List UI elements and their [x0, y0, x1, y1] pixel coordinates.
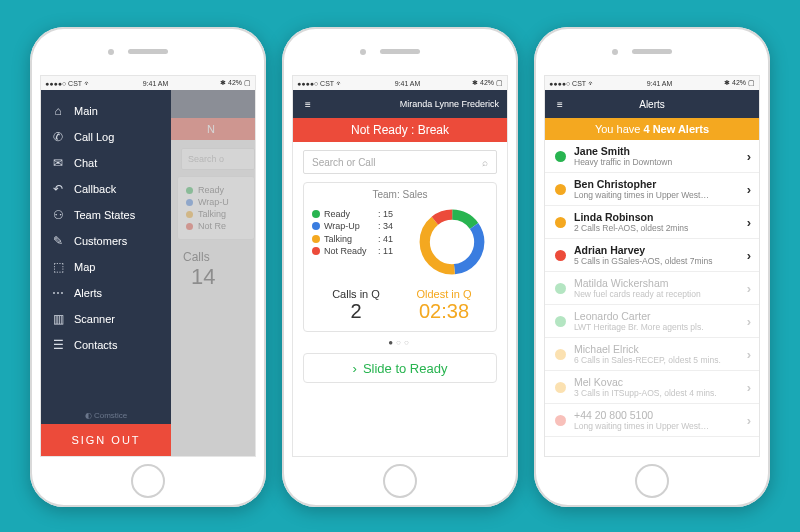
alert-item[interactable]: Leonardo CarterLWT Heritage Br. More age…	[545, 305, 759, 338]
calls-q-value: 2	[312, 300, 400, 323]
calls-q-label: Calls in Q	[312, 288, 400, 300]
alert-name: Leonardo Carter	[574, 310, 739, 322]
menu-label: Map	[74, 261, 95, 273]
menu-icon[interactable]: ≡	[553, 97, 567, 111]
oldest-q-value: 02:38	[400, 300, 488, 323]
search-input[interactable]: Search o	[181, 148, 255, 170]
home-button[interactable]	[635, 464, 669, 498]
nav-customers-icon: ✎	[51, 234, 65, 248]
alerts-list: Jane SmithHeavy traffic in Downtown › Be…	[545, 140, 759, 456]
home-button[interactable]	[131, 464, 165, 498]
menu-label: Alerts	[74, 287, 102, 299]
search-input[interactable]: Search or Call ⌕	[303, 150, 497, 174]
menu-label: Team States	[74, 209, 135, 221]
status-dot-icon	[555, 349, 566, 360]
menu-icon[interactable]: ≡	[301, 97, 315, 111]
nav-chat[interactable]: ✉Chat	[41, 150, 171, 176]
status-bar: ●●●●○ CST ᯤ9:41 AM✱ 42% ▢	[41, 76, 255, 90]
status-dot-icon	[186, 187, 193, 194]
sign-out-button[interactable]: SIGN OUT	[41, 424, 171, 456]
menu-label: Chat	[74, 157, 97, 169]
legend-row: Talking: 41	[312, 234, 416, 244]
nav-call-log-icon: ✆	[51, 130, 65, 144]
nav-customers[interactable]: ✎Customers	[41, 228, 171, 254]
chevron-right-icon: ›	[747, 182, 751, 197]
slide-to-ready-button[interactable]: › Slide to Ready	[303, 353, 497, 383]
alert-name: Michael Elrick	[574, 343, 739, 355]
team-card: ReadyWrap-UTalkingNot Re	[177, 176, 255, 240]
status-bar: ●●●●○ CST ᯤ9:41 AM✱ 42% ▢	[545, 76, 759, 90]
chevron-right-icon: ›	[747, 413, 751, 428]
alert-name: +44 20 800 5100	[574, 409, 739, 421]
chevron-right-icon: ›	[747, 149, 751, 164]
menu-label: Customers	[74, 235, 127, 247]
alert-item[interactable]: Ben ChristopherLong waiting times in Upp…	[545, 173, 759, 206]
status-dot-icon	[555, 184, 566, 195]
status-legend: Ready: 15Wrap-Up: 34Talking: 41Not Ready…	[312, 206, 416, 278]
nav-callback[interactable]: ↶Callback	[41, 176, 171, 202]
legend-row: Not Re	[186, 221, 246, 231]
nav-team-states[interactable]: ⚇Team States	[41, 202, 171, 228]
user-name[interactable]: Miranda Lynne Frederick	[400, 99, 499, 109]
nav-scanner[interactable]: ▥Scanner	[41, 306, 171, 332]
alert-item[interactable]: Matilda WickershamNew fuel cards ready a…	[545, 272, 759, 305]
chevron-right-icon: ›	[747, 215, 751, 230]
home-button[interactable]	[383, 464, 417, 498]
menu-label: Scanner	[74, 313, 115, 325]
alert-name: Mel Kovac	[574, 376, 739, 388]
alert-item[interactable]: Jane SmithHeavy traffic in Downtown ›	[545, 140, 759, 173]
status-dot-icon	[186, 199, 193, 206]
alert-name: Linda Robinson	[574, 211, 739, 223]
status-dot-icon	[555, 382, 566, 393]
nav-team-states-icon: ⚇	[51, 208, 65, 222]
team-card: Team: Sales Ready: 15Wrap-Up: 34Talking:…	[303, 182, 497, 332]
nav-map-icon: ⬚	[51, 260, 65, 274]
alert-subtitle: 3 Calls in ITSupp-AOS, oldest 4 mins.	[574, 388, 739, 398]
search-icon: ⌕	[482, 157, 488, 168]
legend-row: Not Ready: 11	[312, 246, 416, 256]
team-label: Team: Sales	[312, 189, 488, 200]
nav-main[interactable]: ⌂Main	[41, 98, 171, 124]
calls-value: 14	[191, 264, 255, 290]
nav-alerts[interactable]: ⋯Alerts	[41, 280, 171, 306]
alert-name: Adrian Harvey	[574, 244, 739, 256]
alert-subtitle: LWT Heritage Br. More agents pls.	[574, 322, 739, 332]
legend-row: Wrap-U	[186, 197, 246, 207]
nav-scanner-icon: ▥	[51, 312, 65, 326]
chevron-right-icon: ›	[747, 248, 751, 263]
status-dot-icon	[186, 223, 193, 230]
nav-main-icon: ⌂	[51, 104, 65, 118]
status-bar: ●●●●○ CST ᯤ9:41 AM✱ 42% ▢	[293, 76, 507, 90]
status-dot-icon	[555, 250, 566, 261]
status-dot-icon	[186, 211, 193, 218]
page-title: Alerts	[545, 99, 759, 110]
nav-call-log[interactable]: ✆Call Log	[41, 124, 171, 150]
alert-subtitle: 6 Calls in Sales-RECEP, oldest 5 mins.	[574, 355, 739, 365]
nav-alerts-icon: ⋯	[51, 286, 65, 300]
donut-chart	[416, 206, 488, 278]
legend-row: Ready	[186, 185, 246, 195]
brand-label: ◐ Comstice	[41, 405, 171, 424]
menu-label: Main	[74, 105, 98, 117]
chevron-right-icon: ›	[353, 361, 357, 376]
alert-subtitle: Heavy traffic in Downtown	[574, 157, 739, 167]
alert-subtitle: 5 Calls in GSales-AOS, oldest 7mins	[574, 256, 739, 266]
menu-label: Call Log	[74, 131, 114, 143]
nav-contacts[interactable]: ☰Contacts	[41, 332, 171, 358]
legend-row: Talking	[186, 209, 246, 219]
alert-item[interactable]: Michael Elrick6 Calls in Sales-RECEP, ol…	[545, 338, 759, 371]
alert-name: Ben Christopher	[574, 178, 739, 190]
calls-label: Calls	[183, 250, 255, 264]
alert-item[interactable]: +44 20 800 5100Long waiting times in Upp…	[545, 404, 759, 437]
alert-item[interactable]: Linda Robinson2 Calls Rel-AOS, oldest 2m…	[545, 206, 759, 239]
status-dot-icon	[312, 235, 320, 243]
alert-subtitle: 2 Calls Rel-AOS, oldest 2mins	[574, 223, 739, 233]
svg-point-3	[425, 215, 480, 270]
alert-subtitle: New fuel cards ready at reception	[574, 289, 739, 299]
nav-map[interactable]: ⬚Map	[41, 254, 171, 280]
alert-item[interactable]: Mel Kovac3 Calls in ITSupp-AOS, oldest 4…	[545, 371, 759, 404]
alert-name: Jane Smith	[574, 145, 739, 157]
nav-header: ≡ Miranda Lynne Frederick	[293, 90, 507, 118]
chevron-right-icon: ›	[747, 314, 751, 329]
alert-item[interactable]: Adrian Harvey5 Calls in GSales-AOS, olde…	[545, 239, 759, 272]
